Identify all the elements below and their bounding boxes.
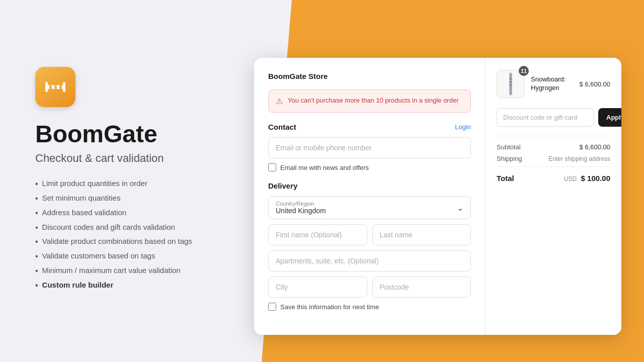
product-row: 11 Snowboard: Hygrogen $ 6,600.00 [497, 70, 610, 98]
feature-list: Limit product quantities in order Set mi… [35, 179, 221, 295]
shipping-label: Shipping [497, 155, 522, 162]
total-amount: $ 100.00 [581, 174, 610, 183]
first-name-input[interactable] [268, 224, 367, 245]
country-label: Country/Region [276, 201, 463, 207]
delivery-section-header: Delivery [268, 182, 471, 190]
subtotal-value: $ 6,600.00 [580, 143, 610, 151]
newsletter-label[interactable]: Email me with news and offers [280, 164, 369, 171]
svg-rect-5 [59, 85, 62, 89]
save-info-checkbox[interactable] [268, 303, 276, 311]
apply-button[interactable]: Apply [598, 108, 621, 127]
postcode-input[interactable] [372, 277, 471, 298]
discount-row: Apply [497, 108, 610, 127]
country-chevron-icon: ⌄ [457, 203, 463, 213]
total-line: Total USD $ 100.00 [497, 174, 610, 183]
feature-item-7: Minimum / maximum cart value validation [35, 266, 221, 277]
feature-item-6: Validate customers based on tags [35, 251, 221, 262]
save-info-label[interactable]: Save this information for next time [280, 303, 379, 311]
summary-divider [497, 136, 610, 136]
delivery-section-title: Delivery [268, 182, 297, 190]
discount-input[interactable] [497, 108, 594, 127]
total-value: USD $ 100.00 [564, 174, 610, 183]
feature-item-4: Discount codes and gift cards validation [35, 223, 221, 233]
delivery-section: Delivery Country/Region United Kingdom ⌄… [268, 182, 471, 311]
newsletter-checkbox[interactable] [268, 163, 276, 171]
app-icon [35, 67, 75, 107]
contact-section-title: Contact [268, 123, 296, 131]
subtotal-line: Subtotal $ 6,600.00 [497, 143, 610, 151]
total-label: Total [497, 174, 514, 183]
feature-item-2: Set minimum quantities [35, 194, 221, 204]
country-value: United Kingdom [276, 207, 463, 215]
subtotal-label: Subtotal [497, 143, 521, 151]
svg-rect-9 [509, 81, 512, 82]
brand-name: BoomGate [35, 121, 221, 148]
feature-item-8: Custom rule builder [35, 281, 221, 291]
product-name: Snowboard: Hygrogen [531, 75, 574, 93]
alert-text: You can't purchase more than 10 products… [288, 96, 459, 105]
checkout-card: BoomGate Store ⚠ You can't purchase more… [254, 58, 621, 335]
alert-box: ⚠ You can't purchase more than 10 produc… [268, 89, 471, 113]
save-info-row: Save this information for next time [268, 303, 471, 311]
svg-rect-8 [509, 78, 512, 79]
svg-rect-2 [63, 82, 65, 92]
feature-item-5: Validate product combinations based on t… [35, 237, 221, 247]
product-image-wrapper: 11 [497, 70, 525, 98]
form-section: BoomGate Store ⚠ You can't purchase more… [254, 58, 486, 335]
feature-item-1: Limit product quantities in order [35, 179, 221, 190]
last-name-input[interactable] [372, 224, 471, 245]
shipping-value: Enter shipping address [548, 155, 610, 162]
product-info: Snowboard: Hygrogen [531, 75, 574, 93]
feature-item-3: Address based validation [35, 208, 221, 219]
city-postcode-row [268, 277, 471, 298]
summary-divider-2 [497, 166, 610, 167]
contact-section-header: Contact Login [268, 123, 471, 131]
left-panel: BoomGate Checkout & cart validation Limi… [0, 0, 252, 362]
store-name: BoomGate Store [268, 72, 471, 80]
alert-icon: ⚠ [276, 97, 283, 106]
email-input[interactable] [268, 137, 471, 158]
shipping-line: Shipping Enter shipping address [497, 155, 610, 162]
total-currency: USD [564, 175, 577, 183]
svg-rect-7 [510, 73, 512, 95]
newsletter-row: Email me with news and offers [268, 163, 471, 171]
svg-rect-3 [49, 85, 52, 89]
svg-rect-4 [54, 85, 57, 89]
product-quantity-badge: 11 [519, 66, 529, 76]
name-row [268, 224, 471, 245]
svg-rect-1 [45, 82, 48, 92]
login-link[interactable]: Login [455, 123, 471, 131]
product-price: $ 6,600.00 [580, 80, 610, 88]
brand-subtitle: Checkout & cart validation [35, 152, 221, 165]
svg-rect-10 [509, 84, 512, 85]
address-input[interactable] [268, 250, 471, 272]
country-select-field[interactable]: Country/Region United Kingdom ⌄ [268, 196, 471, 219]
order-summary-section: 11 Snowboard: Hygrogen $ 6,600.00 Apply … [486, 58, 621, 335]
city-input[interactable] [268, 277, 367, 298]
